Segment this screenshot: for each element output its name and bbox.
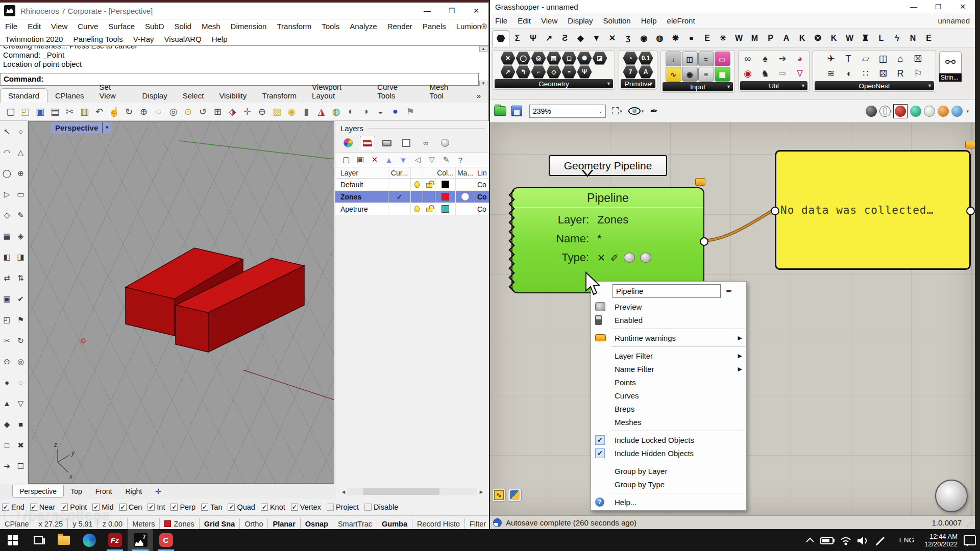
layer-visibility-toggle[interactable]	[411, 191, 423, 203]
panel-label-util[interactable]: Util▼	[740, 81, 807, 90]
status-grid-sna[interactable]: Grid Sna	[200, 518, 240, 530]
duplicate-layer-icon[interactable]: ▣	[355, 155, 366, 165]
c-app-button[interactable]: C	[153, 529, 179, 551]
component-icon-opennest-5[interactable]: ☒	[910, 52, 926, 66]
component-icon-opennest-11[interactable]: ⚐	[910, 66, 926, 81]
osnap-end[interactable]: ✓End	[2, 503, 24, 511]
python-script-button[interactable]	[508, 489, 522, 502]
panel-output-connector[interactable]	[966, 207, 975, 215]
ghosted-sphere-icon[interactable]: ◒	[373, 106, 388, 117]
component-icon-input-0[interactable]: ↓	[666, 52, 681, 66]
pan-icon[interactable]: ☝	[107, 106, 121, 117]
panel-input-connector[interactable]	[771, 207, 779, 215]
material-tab[interactable]	[437, 136, 453, 150]
rhino-menu-surface[interactable]: Surface	[103, 22, 140, 31]
component-icon-geometry-3[interactable]: ▤	[547, 52, 561, 65]
osnap-checkbox-mid[interactable]: ✓	[92, 504, 100, 511]
sidebar-tool-icon-28[interactable]: ◆	[0, 414, 14, 435]
gh-tab-20[interactable]: K	[826, 34, 842, 43]
viewport-title-label[interactable]: Perspective	[51, 122, 102, 133]
scrollbar-thumb[interactable]	[363, 488, 439, 495]
rhino-menu-lumion[interactable]: Lumion®	[451, 22, 492, 31]
zoom-dashed-icon[interactable]: ◌	[151, 106, 166, 117]
sidebar-tool-icon-1[interactable]: ○	[14, 121, 28, 142]
menu-item-layer-filter[interactable]: Layer Filter▶	[591, 349, 746, 362]
component-icon-util-0[interactable]: ∞	[740, 52, 756, 66]
gh-tab-16[interactable]: P	[763, 34, 778, 43]
rhino-taskbar-button[interactable]: 7	[128, 529, 153, 551]
pipeline-type-toggles[interactable]: ✕ ✐	[597, 251, 651, 264]
status-z-0-00[interactable]: z 0.00	[98, 518, 128, 530]
cut-icon[interactable]: ✂	[62, 106, 77, 117]
component-icon-opennest-4[interactable]: ⌂	[892, 52, 909, 66]
component-icon-primitive-3[interactable]: A	[639, 65, 653, 79]
layer-row-apetrure[interactable]: ApetrureCo	[335, 203, 489, 215]
gh-menu-elefront[interactable]: eleFront	[662, 16, 700, 25]
gh-tab-14[interactable]: W	[731, 34, 747, 43]
component-icon-primitive-2[interactable]: 7	[623, 65, 638, 79]
layer-linetype[interactable]: Co	[475, 191, 489, 203]
point-object[interactable]	[81, 339, 85, 343]
sidebar-tool-icon-0[interactable]: ↖	[0, 121, 14, 142]
layer-material[interactable]	[456, 191, 475, 203]
component-icon-geometry-4[interactable]: ◻	[562, 52, 577, 65]
rhino-menu-visualarq[interactable]: VisualARQ	[159, 35, 207, 43]
gh-menu-edit[interactable]: Edit	[512, 16, 536, 25]
notification-center-icon[interactable]	[964, 535, 976, 545]
menu-item-runtime-warnings[interactable]: Runtime warnings▶	[591, 331, 746, 344]
toolbar-tab-transform[interactable]: Transform	[254, 89, 304, 103]
panel-label-input[interactable]: Input▼	[663, 82, 733, 91]
layer-color-swatch[interactable]	[435, 203, 456, 215]
viewport-tab-front[interactable]: Front	[89, 485, 119, 497]
gh-tab-12[interactable]: E	[699, 34, 715, 43]
scrollbar-track[interactable]	[348, 488, 477, 495]
toolbar-overflow-icon[interactable]: »	[469, 89, 488, 103]
toolbar-tab-viewport-layout[interactable]: Viewport Layout	[304, 80, 370, 103]
component-icon-opennest-9[interactable]: ⚄	[875, 66, 892, 81]
component-icon-util-3[interactable]: ◕	[792, 52, 808, 66]
sidebar-tool-icon-24[interactable]: ●	[0, 372, 14, 393]
osnap-checkbox-perp[interactable]: ✓	[170, 504, 178, 511]
osnap-point[interactable]: ✓Point	[61, 503, 87, 511]
component-icon-primitive-0[interactable]: ◔	[623, 52, 638, 65]
sidebar-tool-icon-30[interactable]: □	[0, 435, 14, 456]
component-icon-util-6[interactable]: ⇨	[774, 66, 791, 81]
type-mesh-icon[interactable]	[640, 253, 651, 263]
data-panel[interactable]: No data was collected…	[775, 150, 971, 270]
status-meters[interactable]: Meters	[128, 518, 160, 530]
layer-current-check[interactable]: ✓	[388, 191, 411, 203]
no-preview-sphere-icon[interactable]	[866, 106, 877, 117]
osnap-checkbox-end[interactable]: ✓	[2, 504, 9, 511]
layer-material[interactable]	[456, 203, 475, 215]
gh-menu-help[interactable]: Help	[636, 16, 662, 25]
clock[interactable]: 12:44 AM 12/20/2022	[924, 533, 958, 548]
component-icon-primitive-1[interactable]: 0.1	[639, 52, 653, 65]
ghosted-sphere-icon[interactable]	[924, 106, 935, 117]
sidebar-tool-icon-5[interactable]: ⊕	[14, 163, 28, 184]
shaded-sphere-icon[interactable]: ◐	[344, 106, 358, 117]
status-cplane[interactable]: CPlane	[0, 518, 34, 530]
rhino-close-button[interactable]: ✕	[464, 3, 488, 18]
sidebar-tool-icon-9[interactable]: ✎	[14, 205, 28, 226]
gh-tab-13[interactable]: ✳	[715, 33, 731, 43]
filter-icon[interactable]: ▽	[426, 155, 437, 165]
component-name-field[interactable]: Pipeline	[612, 284, 721, 298]
print-icon[interactable]: ▤	[47, 106, 62, 117]
colors-tab[interactable]	[340, 136, 356, 150]
pipeline-layer-value[interactable]: Zones	[597, 213, 628, 227]
component-icon-input-2[interactable]: ≈	[698, 52, 714, 66]
gh-tab-0[interactable]: Σ	[509, 34, 525, 43]
panel-label-geometry[interactable]: Geometry▼	[495, 79, 613, 88]
start-button[interactable]	[0, 529, 26, 551]
layer-lock-toggle[interactable]	[423, 179, 435, 190]
component-icon-geometry-1[interactable]: ◯	[516, 52, 531, 65]
zoom-level-combobox[interactable]: 239% ⌄	[529, 105, 606, 118]
menu-item-enabled[interactable]: Enabled	[591, 313, 746, 327]
layer-current-check[interactable]	[388, 179, 411, 190]
gh-tab-24[interactable]: ϟ	[889, 34, 905, 43]
rhino-menu-dimension[interactable]: Dimension	[226, 22, 272, 31]
sidebar-tool-icon-20[interactable]: ✂	[0, 330, 14, 351]
layer-material[interactable]	[456, 179, 475, 190]
scroll-left-icon[interactable]: ◄	[339, 489, 348, 495]
type-x-icon[interactable]: ✕	[597, 252, 605, 264]
